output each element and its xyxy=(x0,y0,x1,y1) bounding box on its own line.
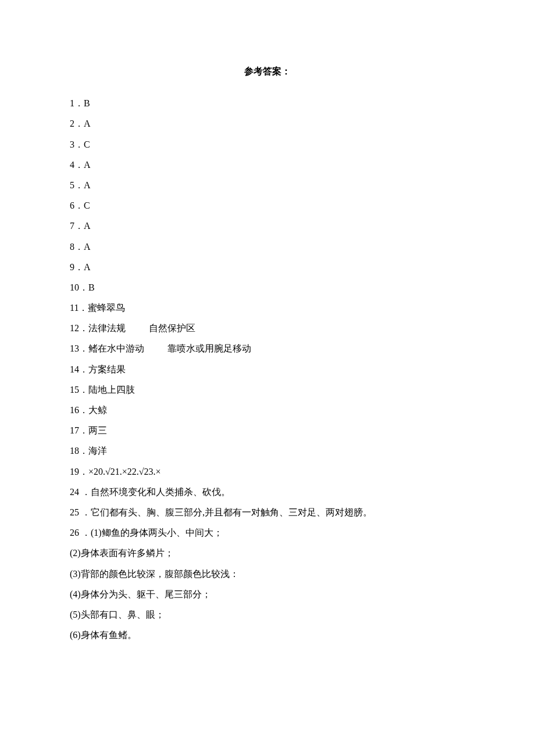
answer-item: 1．B xyxy=(70,93,465,113)
answer-item: 4．A xyxy=(70,155,465,175)
answer-item: 9．A xyxy=(70,257,465,277)
answer-item: 18．海洋 xyxy=(70,440,465,461)
answer-item: 25 ．它们都有头、胸、腹三部分,并且都有一对触角、三对足、两对翅膀。 xyxy=(70,502,465,522)
answer-item: 5．A xyxy=(70,175,465,195)
answer-item: (4)身体分为头、躯干、尾三部分； xyxy=(70,584,465,604)
page-title: 参考答案： xyxy=(70,61,465,81)
answer-item: 24 ．自然环境变化和人类捕杀、砍伐。 xyxy=(70,482,465,502)
answer-item: 15．陆地上四肢 xyxy=(70,379,465,400)
answer-item: 14．方案结果 xyxy=(70,359,465,379)
answer-item: (3)背部的颜色比较深，腹部颜色比较浅： xyxy=(70,564,465,584)
answer-item: 16．大鲸 xyxy=(70,400,465,420)
answer-item: 6．C xyxy=(70,195,465,216)
answer-item: 3．C xyxy=(70,134,465,155)
document-page: 参考答案： 1．B 2．A 3．C 4．A 5．A 6．C 7．A 8．A 9．… xyxy=(0,0,535,680)
answer-item: 26 ．(1)鲫鱼的身体两头小、中间大； xyxy=(70,522,465,543)
answer-item: 19．×20.√21.×22.√23.× xyxy=(70,461,465,482)
answer-item: 8．A xyxy=(70,237,465,257)
answer-item: 7．A xyxy=(70,216,465,236)
answer-item: 2．A xyxy=(70,113,465,134)
answer-item: 11．蜜蜂翠鸟 xyxy=(70,298,465,318)
answer-item: 12．法律法规 自然保护区 xyxy=(70,318,465,338)
answer-item: 17．两三 xyxy=(70,420,465,440)
answer-item: 13．鳍在水中游动 靠喷水或用腕足移动 xyxy=(70,338,465,359)
answer-item: (2)身体表面有许多鳞片； xyxy=(70,543,465,563)
answer-item: 10．B xyxy=(70,277,465,298)
answer-item: (5)头部有口、鼻、眼； xyxy=(70,604,465,625)
answer-item: (6)身体有鱼鳍。 xyxy=(70,625,465,645)
answer-list: 1．B 2．A 3．C 4．A 5．A 6．C 7．A 8．A 9．A 10．B… xyxy=(70,93,465,645)
